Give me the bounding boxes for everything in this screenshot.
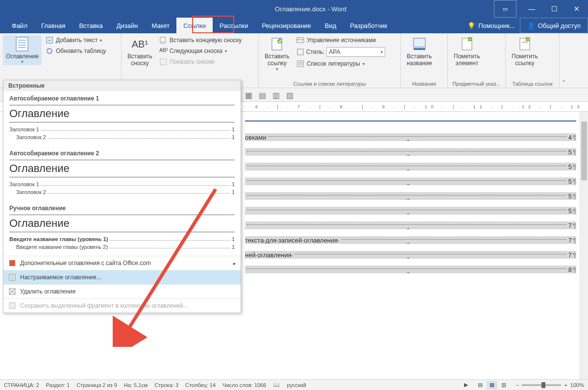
toc-option-auto2[interactable]: Автособираемое оглавление 2 Оглавление З… <box>3 146 241 201</box>
person-icon: 👤 <box>527 22 535 29</box>
tab-home[interactable]: Главная <box>34 18 72 33</box>
status-language[interactable]: русский <box>287 382 306 388</box>
document-page: овками→4¶→5¶→5¶→5¶→5¶→5¶→7¶текста·для·за… <box>245 119 576 278</box>
status-page[interactable]: СТРАНИЦА: 2 <box>4 382 39 388</box>
svg-rect-9 <box>160 59 166 65</box>
svg-rect-18 <box>414 38 425 47</box>
qat-icon[interactable]: ▥ <box>272 91 281 99</box>
bulb-icon: 💡 <box>467 22 475 29</box>
toc-entry[interactable]: →5¶ <box>245 190 576 202</box>
ribbon-display-options[interactable]: ▭ <box>494 0 516 18</box>
toc-button[interactable]: Оглавление ▼ <box>3 35 42 65</box>
manage-sources-button[interactable]: Управление источниками <box>294 35 387 45</box>
status-proofing-icon[interactable]: 📖 <box>273 382 280 388</box>
svg-text:+: + <box>527 37 529 42</box>
office-icon <box>8 259 16 267</box>
next-footnote-button[interactable]: AB¹Следующая сноска ▾ <box>157 46 244 56</box>
mark-index-entry-button[interactable]: + Пометить элемент <box>451 35 483 68</box>
status-word-count[interactable]: Число слов: 1066 <box>222 382 266 388</box>
qat-icon[interactable]: ▦ <box>245 91 254 99</box>
status-at[interactable]: На: 5,1см <box>124 382 148 388</box>
zoom-in[interactable]: + <box>564 382 567 388</box>
tab-references[interactable]: Ссылки <box>176 18 213 33</box>
toc-entry[interactable]: текста·для·записей·оглавления·→7¶ <box>245 234 576 246</box>
toc-entry[interactable]: →7¶ <box>245 219 576 231</box>
remove-toc[interactable]: Удалить оглавление <box>3 284 241 298</box>
zoom-out[interactable]: − <box>516 382 519 388</box>
insert-footnote-button[interactable]: AB¹ Вставить сноску <box>124 35 155 68</box>
chevron-down-icon: ▼ <box>275 67 279 72</box>
insert-citation-button[interactable]: Вставить ссылку ▼ <box>262 35 293 73</box>
minimize-button[interactable]: — <box>520 0 543 18</box>
footnote-icon: AB¹ <box>132 36 147 52</box>
refresh-icon <box>46 47 53 55</box>
toc-entry[interactable]: ней·оглавления·→7¶ <box>245 249 576 261</box>
svg-rect-0 <box>16 37 28 51</box>
tab-layout[interactable]: Макет <box>145 18 176 33</box>
bibliography-button[interactable]: Список литературы ▾ <box>294 59 387 69</box>
status-page-of[interactable]: Страница 2 из 9 <box>76 382 117 388</box>
index-icon: + <box>459 36 475 52</box>
insert-caption-button[interactable]: Вставить название <box>404 35 435 68</box>
style-icon <box>296 48 304 56</box>
toc-entry[interactable]: →5¶ <box>245 161 576 172</box>
tab-view[interactable]: Вид <box>318 18 343 33</box>
custom-toc[interactable]: Настраиваемое оглавление... <box>3 270 241 284</box>
view-read[interactable]: ▤ <box>475 381 486 390</box>
qat-icon[interactable]: ▧ <box>286 91 295 99</box>
toc-entry[interactable]: овками→4¶ <box>245 131 576 143</box>
status-macro-icon[interactable]: ▶ <box>464 382 468 388</box>
tab-mailings[interactable]: Рассылки <box>213 18 255 33</box>
toc-option-manual[interactable]: Ручное оглавление Оглавление Введите наз… <box>3 201 241 256</box>
svg-text:+: + <box>469 37 471 42</box>
manage-sources-icon <box>296 36 304 44</box>
maximize-button[interactable]: ☐ <box>543 0 565 18</box>
view-buttons: ▤ ▦ ▥ <box>475 381 509 390</box>
show-notes-icon <box>159 58 167 66</box>
show-notes-button[interactable]: Показать сноски <box>157 57 244 67</box>
citation-style-select[interactable]: APA▾ <box>326 47 385 57</box>
citation-style-row: Стиль: APA▾ <box>294 46 387 58</box>
scrollbar-thumb[interactable] <box>581 122 587 180</box>
tab-file[interactable]: Файл <box>5 18 34 33</box>
next-footnote-icon: AB¹ <box>159 47 167 55</box>
toc-entry[interactable]: →5¶ <box>245 205 576 217</box>
toc-entry[interactable]: →5¶ <box>245 146 576 158</box>
vertical-scrollbar[interactable] <box>580 112 588 379</box>
tab-developer[interactable]: Разработчик <box>343 18 394 33</box>
svg-rect-15 <box>297 61 303 67</box>
doc-title-rule <box>245 119 576 122</box>
qat-icon[interactable]: ▤ <box>259 91 268 99</box>
tab-insert[interactable]: Вставка <box>72 18 109 33</box>
insert-endnote-button[interactable]: Вставить концевую сноску <box>157 35 244 45</box>
view-web[interactable]: ▥ <box>498 381 509 390</box>
tab-review[interactable]: Рецензирование <box>255 18 318 33</box>
toc-entry[interactable]: →8¶ <box>245 264 576 275</box>
zoom-level[interactable]: 100% <box>570 382 584 388</box>
mark-citation-button[interactable]: + Пометить ссылку <box>509 35 541 68</box>
tell-me[interactable]: 💡Помощник... <box>463 18 519 33</box>
add-text-button[interactable]: +Добавить текст ▾ <box>44 35 108 45</box>
share-button[interactable]: 👤Общий доступ <box>520 18 588 33</box>
status-column[interactable]: Столбец: 14 <box>185 382 216 388</box>
update-table-button[interactable]: Обновить таблицу <box>44 46 108 56</box>
ribbon-collapse[interactable]: ⌃ <box>560 79 566 88</box>
svg-point-11 <box>277 39 282 44</box>
svg-rect-27 <box>9 260 15 266</box>
toc-option-auto1[interactable]: Автособираемое оглавление 1 Оглавление З… <box>3 91 241 146</box>
chevron-right-icon: ▸ <box>233 261 236 266</box>
chevron-down-icon: ▼ <box>20 60 24 64</box>
view-print[interactable]: ▦ <box>487 381 497 390</box>
toc-entry[interactable]: →5¶ <box>245 175 576 187</box>
svg-rect-35 <box>9 303 15 309</box>
window-title: Оглавление.docx - Word <box>127 5 494 13</box>
status-line[interactable]: Строка: 3 <box>154 382 178 388</box>
tab-design[interactable]: Дизайн <box>110 18 145 33</box>
zoom-control: − + 100% <box>516 382 584 388</box>
more-toc-from-office[interactable]: Дополнительные оглавления с сайта Office… <box>3 256 241 270</box>
close-button[interactable]: ✕ <box>565 0 588 18</box>
status-section[interactable]: Раздел: 1 <box>46 382 70 388</box>
zoom-slider[interactable] <box>522 384 561 386</box>
endnote-icon <box>159 36 167 44</box>
save-toc-selection: Сохранить выделенный фрагмент в коллекци… <box>3 298 241 313</box>
